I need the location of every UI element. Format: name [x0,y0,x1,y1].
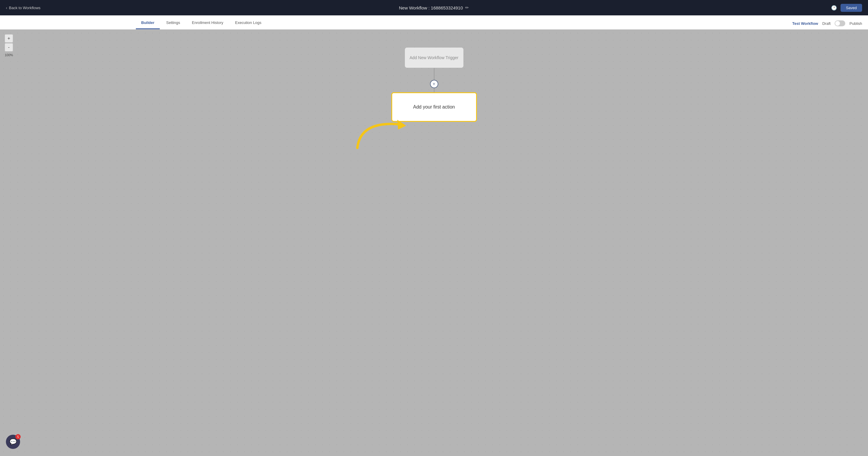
trigger-node-label: Add New Workflow Trigger [410,55,458,60]
toggle-knob [835,21,840,26]
workflow-title: New Workflow : 1688653324910 ✏ [399,5,469,10]
chat-icon-button[interactable]: 5 💬 [6,435,20,449]
back-button-label: Back to Workflows [9,6,40,10]
chevron-left-icon: ‹ [6,6,7,10]
edit-title-icon[interactable]: ✏ [465,5,469,10]
tabs-bar: Builder Settings Enrollment History Exec… [0,16,868,30]
zoom-controls: + - 100% [5,34,13,57]
workflow-node-container: Add New Workflow Trigger + Add your firs… [391,47,477,122]
tab-settings[interactable]: Settings [161,20,185,29]
zoom-out-button[interactable]: - [5,43,13,52]
workflow-name-text: New Workflow : 1688653324910 [399,5,463,10]
connector-line-2 [434,88,434,92]
chat-emoji-icon: 💬 [9,438,17,445]
back-to-workflows-button[interactable]: ‹ Back to Workflows [6,6,40,10]
draft-label: Draft [822,21,831,26]
draft-publish-toggle[interactable] [835,20,845,26]
connector-line-1 [434,68,434,80]
zoom-level-display: 100% [5,53,13,57]
saved-button[interactable]: Saved [840,4,862,12]
tab-enrollment-history[interactable]: Enrollment History [187,20,228,29]
nav-right-actions: 🕐 Saved [831,4,862,12]
tab-execution-logs[interactable]: Execution Logs [230,20,267,29]
chat-badge: 5 [16,434,21,439]
plus-icon: + [433,81,435,87]
add-step-button[interactable]: + [430,80,438,88]
tabs-right-controls: Test Workflow Draft Publish [793,20,862,26]
tab-builder[interactable]: Builder [136,20,160,29]
chat-widget: 5 💬 [6,435,20,449]
publish-label: Publish [849,21,862,26]
zoom-in-button[interactable]: + [5,34,13,42]
action-node-label: Add your first action [413,105,455,110]
workflow-canvas: + - 100% Add New Workflow Trigger + Add … [0,30,868,456]
top-navigation: ‹ Back to Workflows New Workflow : 16886… [0,0,868,16]
test-workflow-button[interactable]: Test Workflow [793,21,818,26]
trigger-node[interactable]: Add New Workflow Trigger [405,47,464,68]
action-node[interactable]: Add your first action [391,92,477,122]
history-icon[interactable]: 🕐 [831,5,837,11]
